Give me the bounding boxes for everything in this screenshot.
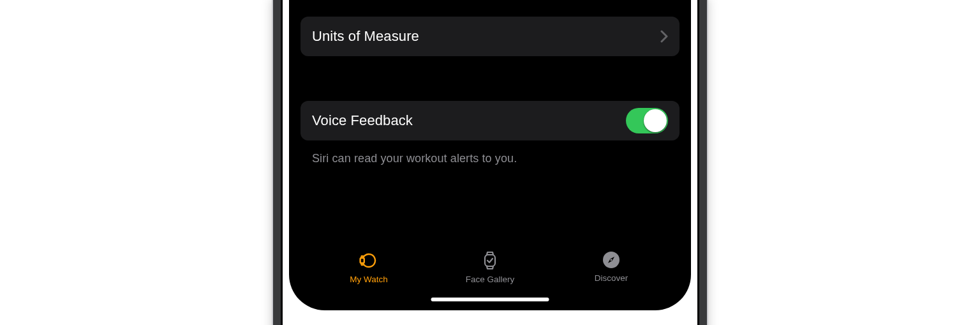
units-of-measure-row[interactable]: Units of Measure [301, 17, 679, 56]
svg-line-2 [363, 256, 364, 258]
voice-feedback-hint: Siri can read your workout alerts to you… [312, 152, 668, 165]
home-indicator[interactable] [431, 298, 549, 301]
tab-face-gallery-label: Face Gallery [466, 275, 515, 284]
svg-rect-0 [360, 258, 364, 263]
switch-knob [644, 109, 667, 132]
watch-icon [358, 250, 380, 271]
voice-feedback-label: Voice Feedback [312, 112, 626, 129]
tab-face-gallery[interactable]: Face Gallery [429, 250, 551, 284]
tab-my-watch-label: My Watch [350, 275, 388, 284]
chevron-right-icon [660, 30, 668, 43]
voice-feedback-row: Voice Feedback [301, 101, 679, 140]
phone-screen: Units of Measure Voice Feedback Siri can… [289, 0, 691, 310]
watch-face-icon [482, 250, 498, 271]
units-of-measure-label: Units of Measure [312, 28, 660, 45]
tab-bar: My Watch Face Gallery [289, 241, 691, 310]
svg-rect-5 [485, 255, 495, 266]
tab-my-watch[interactable]: My Watch [308, 250, 429, 284]
svg-line-4 [363, 263, 364, 265]
svg-line-1 [361, 256, 362, 258]
settings-scroll-content[interactable]: Units of Measure Voice Feedback Siri can… [289, 0, 691, 241]
voice-feedback-toggle[interactable] [626, 108, 668, 133]
svg-line-3 [361, 263, 362, 265]
tab-discover[interactable]: Discover [551, 250, 672, 283]
phone-device-frame: Units of Measure Voice Feedback Siri can… [273, 0, 707, 319]
tab-discover-label: Discover [595, 273, 628, 283]
svg-point-8 [610, 259, 612, 261]
compass-icon [602, 250, 621, 269]
